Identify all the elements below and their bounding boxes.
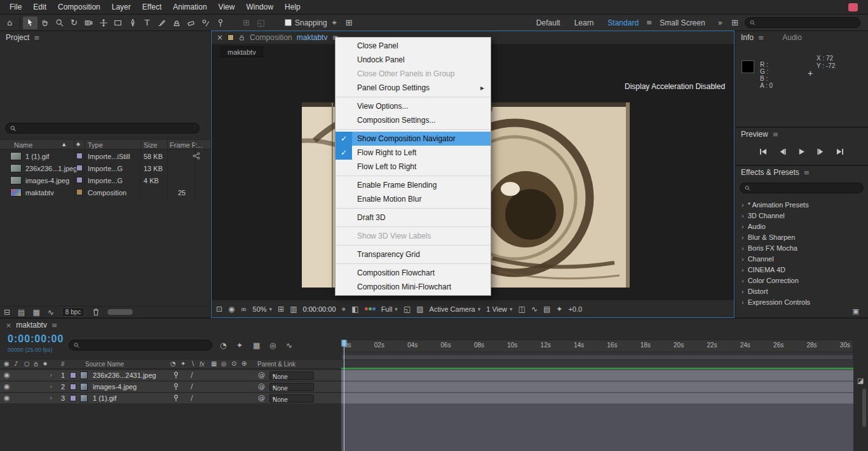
timeline-scrollbar-thumb[interactable] [862,389,866,427]
menu-effect[interactable]: Effect [137,1,167,13]
effects-category[interactable]: ›Audio [735,221,868,232]
effects-search-input[interactable] [754,184,858,192]
project-panel-menu-icon[interactable]: ≡ [34,34,39,41]
snapshot-icon[interactable]: ⌖ [342,305,346,313]
snap-option-icon[interactable]: ⌖ [327,17,342,29]
layer-name[interactable]: 1 (1).gif [93,394,116,402]
eraser-tool-icon[interactable] [184,17,198,29]
menu-file[interactable]: File [4,1,27,13]
eye-toggle-icon[interactable]: ◉ [4,383,10,390]
camera-dropdown[interactable]: Active Camera▾ [430,305,481,313]
quality-toggle-icon[interactable]: ∕ [191,383,193,390]
workspace-switcher-icon[interactable]: ⊞ [728,17,742,29]
project-item-row[interactable]: maktabtv Composition 25 [0,187,210,199]
frame-blend-switch-icon[interactable]: ▦ [211,361,217,367]
transparency-grid-icon[interactable]: ▨ [416,305,423,313]
pickwhip-icon[interactable]: @ [258,371,265,378]
snapping-checkbox[interactable] [285,19,292,26]
zoom-tool-icon[interactable] [52,17,67,29]
project-item-row[interactable]: 1 (1).gif Importe...iStill 58 KB [0,151,210,163]
menu-animation[interactable]: Animation [167,1,212,13]
play-button[interactable] [795,146,809,157]
view-layout-dropdown[interactable]: 1 View▾ [486,305,512,313]
project-search-input[interactable] [20,125,195,132]
parent-dropdown[interactable]: None▾ [269,394,314,403]
project-item-row[interactable]: 236x236...1.jpeg Importe...G 13 KB [0,163,210,175]
layer-row[interactable]: ◉ › 2 images-4.jpeg ∕ @ None▾ [0,382,341,392]
label-chip[interactable] [76,189,83,195]
current-time-indicator-line[interactable] [344,340,344,451]
resolution-dropdown[interactable]: Full▾ [381,305,398,313]
pan-behind-tool-icon[interactable] [96,17,111,29]
workspace-standard[interactable]: Standard [601,17,645,29]
current-time-display[interactable]: 0:00:00:00 [8,333,64,345]
layer-row[interactable]: ◉ › 1 236x236...2431.jpeg ∕ @ None▾ [0,370,341,381]
lock-icon[interactable] [238,34,245,41]
close-tab-icon[interactable]: × [217,34,223,41]
info-tab-label[interactable]: Info [741,33,754,42]
last-frame-button[interactable] [833,146,847,157]
rotate-tool-icon[interactable]: ↻ [67,17,81,29]
shy-switch-icon[interactable]: ◔ [170,361,176,367]
parent-dropdown[interactable]: None▾ [269,383,314,391]
effects-category[interactable]: ›3D Channel [735,210,868,221]
menu-composition[interactable]: Composition [52,1,106,13]
effects-category[interactable]: ›Distort [735,286,868,296]
eye-toggle-icon[interactable]: ◉ [4,371,10,378]
mask-option-icon[interactable]: ⊞ [239,17,254,29]
dependencies-icon[interactable] [193,152,200,160]
effects-category[interactable]: ›* Animation Presets [735,199,868,210]
work-area-bar[interactable] [341,354,853,360]
loop-icon[interactable]: ∞ [241,305,247,313]
timeline-panel-menu-icon[interactable]: ≡ [51,322,57,329]
roto-brush-tool-icon[interactable] [198,17,213,29]
menu-item-undock-panel[interactable]: Undock Panel [336,53,491,67]
close-tab-icon[interactable]: × [6,322,11,329]
help-search-input[interactable] [759,19,855,27]
sort-asc-icon[interactable]: ▲ [62,142,65,147]
fast-previews-icon[interactable]: ∿ [531,305,538,313]
layer-duration-bar[interactable] [341,382,853,392]
threed-switch-icon[interactable]: ⊕ [241,361,247,367]
effects-category[interactable]: ›Blur & Sharpen [735,232,868,242]
effects-category[interactable]: ›Color Correction [735,275,868,286]
snap-option2-icon[interactable]: ⊞ [342,17,356,29]
workspace-menu-icon[interactable]: ≡ [646,19,652,26]
layer-label-chip[interactable] [70,384,76,390]
menu-item-flow-right-to-left[interactable]: ✓Flow Right to Left [336,146,491,160]
bit-depth-button[interactable]: 8 bpc [62,307,85,317]
new-composition-icon[interactable]: ▦ [32,309,39,316]
layer-duration-bar[interactable] [341,393,853,404]
menu-item-show-composition-navigator[interactable]: ✓Show Composition Navigator [336,132,491,146]
menu-window[interactable]: Window [240,1,279,13]
magnification-dropdown[interactable]: 50%▾ [253,305,273,313]
menu-view[interactable]: View [213,1,241,13]
effects-panel-menu-icon[interactable]: ≡ [804,169,810,176]
next-frame-button[interactable] [814,146,828,157]
column-frame-rate[interactable]: Frame R... [170,141,203,149]
label-chip[interactable] [76,177,83,183]
project-scrollbar-thumb[interactable] [107,309,133,315]
region-of-interest-icon[interactable]: ◱ [403,305,410,313]
menu-item-panel-group-settings[interactable]: Panel Group Settings▸ [336,81,491,95]
label-column-icon[interactable]: ◆ [76,142,80,147]
pin-icon[interactable] [173,371,179,379]
comp-motion-blur-button[interactable]: ◎ [269,342,276,349]
quality-switch-icon[interactable]: ∖ [191,361,194,367]
menu-item-composition-flowchart[interactable]: Composition Flowchart [336,266,491,280]
pixel-aspect-icon[interactable]: ◫ [519,305,526,313]
safe-margins-icon[interactable]: ▥ [290,305,297,313]
selection-tool-icon[interactable] [23,17,37,29]
snapping-toggle[interactable]: Snapping [285,18,327,27]
pen-tool-icon[interactable] [125,17,140,29]
parent-dropdown[interactable]: None▾ [269,371,314,380]
exposure-value[interactable]: +0.0 [568,305,582,313]
viewer-tab[interactable]: maktabtv [220,46,263,57]
first-frame-button[interactable] [757,146,771,157]
type-tool-icon[interactable]: T [140,17,154,29]
menu-item-composition-settings[interactable]: Composition Settings... [336,113,491,127]
comp-marker-icon[interactable]: ◪ [857,377,864,384]
waveform-icon[interactable]: ∿ [48,309,54,316]
menu-item-close-panel[interactable]: Close Panel [336,39,491,53]
quality-toggle-icon[interactable]: ∕ [191,371,193,378]
